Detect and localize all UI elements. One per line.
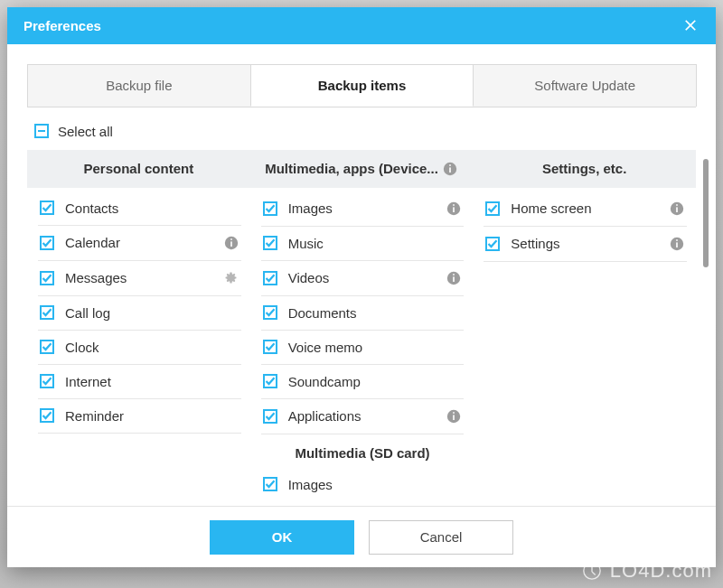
tab-backup-file[interactable]: Backup file <box>27 64 251 107</box>
close-icon[interactable] <box>678 13 703 38</box>
list-item: Call log <box>38 296 241 331</box>
svg-rect-6 <box>230 241 232 247</box>
info-icon[interactable] <box>669 236 685 252</box>
column-settings: Home screenSettings <box>473 188 696 500</box>
dialog-footer: OK Cancel <box>7 506 716 567</box>
personal-3-checkbox[interactable] <box>40 305 54 320</box>
personal-5-checkbox[interactable] <box>40 374 54 388</box>
svg-rect-10 <box>454 204 455 206</box>
preferences-window: Preferences Backup file Backup items Sof… <box>7 7 716 567</box>
svg-rect-19 <box>676 204 678 206</box>
svg-rect-15 <box>454 415 455 420</box>
personal-2-label: Messages <box>65 270 212 285</box>
multimedia-3-checkbox[interactable] <box>263 305 277 320</box>
multimedia-4-label: Voice memo <box>288 340 463 355</box>
list-item: Images <box>261 468 465 500</box>
list-item: Calendar <box>38 226 241 261</box>
multimedia-5-label: Soundcamp <box>288 374 463 389</box>
window-title: Preferences <box>23 18 101 33</box>
svg-rect-21 <box>676 242 678 247</box>
tab-software-update[interactable]: Software Update <box>473 64 697 107</box>
info-icon[interactable] <box>669 201 685 217</box>
settings-1-checkbox[interactable] <box>485 237 500 251</box>
svg-rect-9 <box>454 207 455 212</box>
list-item: Home screen <box>484 191 687 227</box>
columns: ContactsCalendarMessagesCall logClockInt… <box>27 188 696 500</box>
titlebar: Preferences <box>7 7 716 44</box>
select-all-row: Select all <box>27 120 696 150</box>
info-icon[interactable] <box>446 201 462 217</box>
col-header-multimedia: Multimedia, apps (Device... <box>250 150 474 188</box>
col-header-settings: Settings, etc. <box>473 150 696 188</box>
multimedia-1-checkbox[interactable] <box>263 236 277 250</box>
list-item: Settings <box>484 227 687 262</box>
personal-6-label: Reminder <box>65 408 239 424</box>
personal-3-label: Call log <box>65 305 239 321</box>
tab-backup-items[interactable]: Backup items <box>250 64 474 107</box>
info-icon[interactable] <box>446 408 462 425</box>
personal-6-checkbox[interactable] <box>40 408 54 423</box>
list-item: Applications <box>261 399 465 434</box>
svg-rect-13 <box>454 274 455 275</box>
list-item: Voice memo <box>261 331 465 365</box>
scrollbar[interactable] <box>703 159 709 267</box>
select-all-checkbox[interactable] <box>34 124 49 138</box>
info-icon[interactable] <box>442 161 458 177</box>
list-item: Soundcamp <box>261 365 465 399</box>
multimedia-5-checkbox[interactable] <box>263 374 277 388</box>
sdcard-0-checkbox[interactable] <box>263 477 277 491</box>
gear-icon[interactable] <box>223 270 239 286</box>
multimedia-0-checkbox[interactable] <box>263 201 277 216</box>
sdcard-0-label: Images <box>288 477 463 492</box>
column-multimedia: ImagesMusicVideosDocumentsVoice memoSoun… <box>250 188 474 500</box>
multimedia-3-label: Documents <box>288 305 463 321</box>
svg-rect-3 <box>449 167 451 173</box>
list-item: Messages <box>38 261 241 296</box>
personal-4-checkbox[interactable] <box>40 340 54 354</box>
svg-rect-7 <box>230 238 232 240</box>
list-item: Reminder <box>38 399 241 434</box>
column-personal: ContactsCalendarMessagesCall logClockInt… <box>27 188 250 500</box>
col-header-personal: Personal content <box>27 150 250 188</box>
list-item: Images <box>261 191 465 227</box>
content-area: Select all Personal content Multimedia, … <box>7 107 716 506</box>
svg-rect-18 <box>676 207 678 212</box>
info-icon[interactable] <box>446 270 462 286</box>
select-all-label: Select all <box>58 124 113 139</box>
personal-0-label: Contacts <box>65 201 239 216</box>
multimedia-2-checkbox[interactable] <box>263 271 277 285</box>
personal-1-label: Calendar <box>65 235 212 250</box>
subheader-sdcard: Multimedia (SD card) <box>261 434 465 468</box>
list-item: Music <box>261 227 465 261</box>
list-item: Contacts <box>38 191 241 226</box>
columns-wrap: Personal content Multimedia, apps (Devic… <box>27 150 696 506</box>
svg-rect-12 <box>454 276 455 282</box>
list-item: Clock <box>38 331 241 365</box>
personal-5-label: Internet <box>65 374 239 389</box>
list-item: Videos <box>261 261 465 296</box>
multimedia-6-label: Applications <box>288 408 436 424</box>
info-icon[interactable] <box>223 235 239 251</box>
settings-1-label: Settings <box>511 236 658 251</box>
tabstrip: Backup file Backup items Software Update <box>27 64 696 107</box>
list-item: Documents <box>261 296 465 331</box>
multimedia-4-checkbox[interactable] <box>263 340 277 354</box>
multimedia-0-label: Images <box>288 201 436 216</box>
svg-rect-4 <box>449 164 451 166</box>
svg-rect-16 <box>454 412 455 414</box>
personal-1-checkbox[interactable] <box>40 236 54 250</box>
svg-rect-22 <box>676 239 678 241</box>
multimedia-1-label: Music <box>288 236 463 251</box>
settings-0-label: Home screen <box>511 201 658 216</box>
personal-0-checkbox[interactable] <box>40 201 54 215</box>
multimedia-2-label: Videos <box>288 270 436 285</box>
personal-4-label: Clock <box>65 340 239 355</box>
personal-2-checkbox[interactable] <box>40 271 54 285</box>
list-item: Internet <box>38 365 241 399</box>
settings-0-checkbox[interactable] <box>485 201 500 216</box>
multimedia-6-checkbox[interactable] <box>263 409 277 424</box>
ok-button[interactable]: OK <box>210 520 354 555</box>
column-headers: Personal content Multimedia, apps (Devic… <box>27 150 696 188</box>
cancel-button[interactable]: Cancel <box>369 520 513 555</box>
